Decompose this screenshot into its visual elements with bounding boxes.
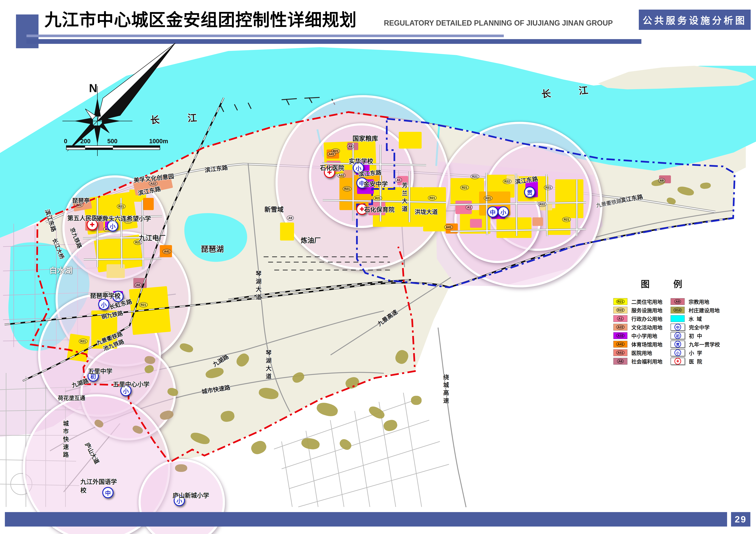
parcel-code-r21: R21: [460, 185, 469, 190]
planning-map-page: 九江市中心城区金安组团控制性详细规划 REGULATORY DETAILED P…: [0, 0, 756, 534]
map-label: 金安中学: [364, 179, 388, 188]
legend-swatch: A22: [613, 324, 627, 331]
footer-bar: [5, 512, 727, 526]
legend-code: R22: [616, 308, 625, 312]
parcel-code-a1: A1: [395, 177, 402, 182]
legend-item: 初初 中: [671, 332, 720, 339]
map-label: 庐山新城小学: [173, 491, 209, 499]
map-label: 城市快速路: [61, 420, 70, 460]
map-label: 石化保育院: [364, 205, 394, 214]
map-label: 九江电厂: [139, 233, 166, 242]
legend-code: A6: [617, 359, 624, 363]
parcel-code-a22: A22: [337, 173, 346, 178]
map-label: 硬骨头六连希望小学: [96, 214, 151, 223]
parcel-code-r21: R21: [484, 196, 493, 201]
legend-label: 小 学: [689, 349, 702, 357]
legend-swatch: A33: [613, 332, 627, 339]
map-overlay-layer: [0, 0, 756, 534]
legend-item: A1行政办公用地: [613, 315, 662, 322]
parcel-code-r21: R21: [562, 217, 571, 222]
scale-tick: 1000m: [149, 138, 168, 145]
parcel-code-a9: A9: [658, 178, 665, 183]
legend-code: R21: [616, 299, 625, 304]
parcel-code-r21: R21: [139, 302, 148, 307]
legend: 图 例 R21二类住宅用地R22服务设施用地A1行政办公用地A22文化活动用地A…: [613, 277, 750, 364]
cluster-streets: [83, 143, 586, 269]
school-marker-中: 中: [102, 487, 114, 498]
legend-swatch: A9: [671, 298, 685, 305]
legend-swatch: A51: [613, 349, 627, 356]
parcel-code-a1: A1: [466, 205, 472, 210]
parcel-code-a9: A9: [347, 144, 354, 149]
legend-label: 完全中学: [689, 324, 710, 331]
map-label: 炼油厂: [301, 235, 321, 245]
legend-item: A9宗教用地: [671, 298, 720, 305]
parcel-code-r21: R21: [117, 204, 125, 209]
parcel-code-r21: R21: [343, 186, 351, 191]
parcel-code-r22: R22: [503, 179, 512, 184]
legend-label: 服务设施用地: [631, 307, 662, 314]
legend-item: A51医院用地: [613, 349, 662, 356]
legend-title: 图 例: [641, 277, 750, 290]
scale-tick: 500: [107, 138, 118, 145]
parcel-code-a41: A41: [444, 225, 453, 230]
legend-label: 行政办公用地: [631, 315, 662, 322]
school-marker-贯: 贯: [524, 186, 535, 198]
scale-bar: 0 200 500 1000m: [64, 138, 164, 150]
legend-label: 初 中: [689, 332, 702, 339]
parcel-code-a6: A6: [135, 282, 142, 287]
legend-label: 医院用地: [631, 349, 652, 357]
legend-label: 二类住宅用地: [631, 298, 662, 306]
legend-label: 医 院: [689, 358, 702, 365]
parcel-code-r21: R21: [373, 196, 382, 201]
legend-swatch: 中: [671, 324, 685, 331]
legend-swatch: A41: [613, 341, 627, 348]
map-label: 长 江: [150, 110, 205, 126]
legend-label: 水 域: [688, 315, 702, 322]
map-label: 琴湖大道: [264, 350, 272, 381]
legend-swatch: H14: [671, 307, 685, 313]
legend-swatch: 初: [671, 332, 685, 339]
parcel-code-r22: R22: [538, 202, 547, 207]
parcel-code-r21: R21: [544, 185, 553, 190]
legend-swatch: R21: [613, 298, 627, 305]
scale-bar-ticks: 0 200 500 1000m: [64, 138, 164, 146]
legend-item: 小小 学: [671, 349, 720, 356]
legend-item: ✚医 院: [671, 358, 720, 364]
school-marker-小: 小: [498, 206, 509, 218]
map-label: 校: [80, 486, 87, 494]
parcel-code-a41: A41: [163, 249, 171, 254]
legend-item: A6社会福利用地: [613, 358, 662, 364]
map-label: 芳兰大道: [400, 182, 409, 213]
map-label: 石化医院: [320, 163, 344, 172]
legend-item: 水 域: [671, 315, 720, 322]
map-label: 五里中心小学: [113, 380, 149, 388]
legend-code: A9: [674, 299, 681, 304]
legend-item: 中完全中学: [671, 324, 720, 331]
map-label: 五里中学: [88, 366, 112, 375]
legend-code: H14: [673, 308, 682, 312]
legend-label: 文化活动用地: [631, 324, 662, 331]
legend-code: A51: [616, 350, 625, 355]
map-label: 绕城高速: [442, 374, 450, 405]
parcel-code-r21: R21: [428, 196, 437, 200]
legend-swatch: [671, 315, 685, 322]
legend-label: 宗教用地: [688, 298, 709, 306]
scale-tick: 200: [80, 138, 91, 145]
legend-label: 体育场馆用地: [631, 340, 662, 348]
school-symbol-icon: 初: [674, 332, 681, 339]
map-label: 洪垅大道: [415, 207, 438, 216]
legend-item: A41体育场馆用地: [613, 341, 662, 348]
legend-label: 九年一贯学校: [689, 340, 720, 348]
map-label: 九江外国语学: [80, 477, 117, 486]
map-label: 荷花垄互通: [58, 394, 85, 402]
compass-north-label: N: [89, 81, 97, 95]
legend-item: R21二类住宅用地: [613, 298, 662, 305]
legend-swatch: R22: [613, 307, 627, 313]
scale-tick: 0: [64, 138, 67, 145]
parcel-code-r21: R21: [79, 339, 88, 344]
map-label: 琵琶亭: [72, 196, 90, 204]
legend-code: A41: [616, 342, 625, 346]
map-label: 国家粮库: [353, 133, 378, 143]
school-symbol-icon: 贯: [674, 341, 681, 348]
